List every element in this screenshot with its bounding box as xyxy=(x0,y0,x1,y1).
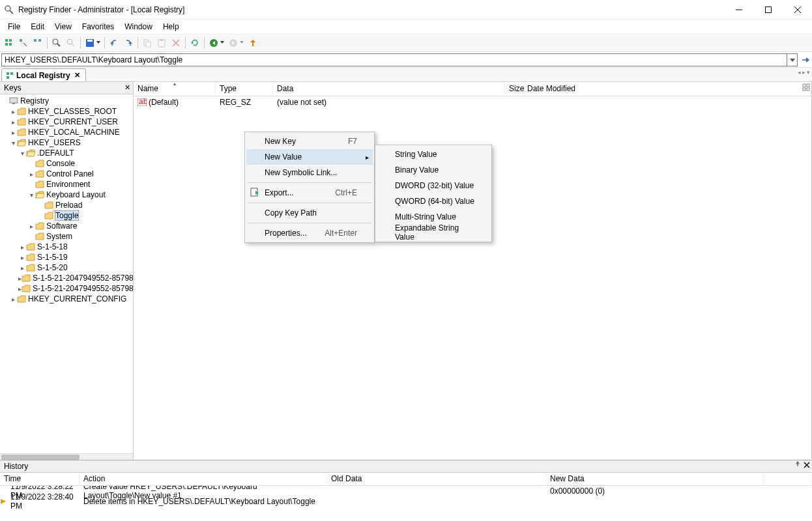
col-type[interactable]: Type xyxy=(216,82,273,96)
up-button[interactable] xyxy=(246,36,259,49)
copy-button[interactable] xyxy=(141,36,154,49)
menu-edit[interactable]: Edit xyxy=(25,21,50,33)
tree-software[interactable]: Software xyxy=(0,221,133,231)
keys-pane-close[interactable]: ✕ xyxy=(124,83,130,92)
col-size[interactable]: Size xyxy=(505,82,523,96)
ctx-copy-key-path[interactable]: Copy Key Path xyxy=(246,205,373,221)
toolbar-btn-2[interactable] xyxy=(17,36,30,49)
tree-preload[interactable]: Preload xyxy=(0,200,133,210)
tab-list[interactable]: ▾ xyxy=(806,69,811,76)
delete-button[interactable] xyxy=(169,36,182,49)
expander-icon[interactable] xyxy=(9,139,17,147)
tree-console[interactable]: Console xyxy=(0,158,133,169)
expander-icon[interactable] xyxy=(18,254,26,261)
hcol-old[interactable]: Old Data xyxy=(327,473,546,485)
save-dropdown[interactable] xyxy=(96,41,102,45)
hcol-extra[interactable] xyxy=(764,473,812,485)
tree-hku[interactable]: HKEY_USERS xyxy=(0,137,133,148)
view-mode-button[interactable] xyxy=(802,83,810,91)
menu-favorites[interactable]: Favorites xyxy=(77,21,119,33)
col-data[interactable]: Data xyxy=(273,82,505,96)
ctx-new-value[interactable]: New Value ▸ xyxy=(246,149,373,165)
ctx-export[interactable]: Export... Ctrl+E xyxy=(246,185,373,201)
address-dropdown[interactable] xyxy=(787,53,798,66)
ctx-new-symlink[interactable]: New Symbolic Link... xyxy=(246,165,373,180)
history-row[interactable]: 11/9/2022 3:28:40 PM Delete items in HKE… xyxy=(0,496,812,507)
expander-icon[interactable] xyxy=(9,296,17,303)
tree-control-panel[interactable]: Control Panel xyxy=(0,169,133,179)
address-input[interactable] xyxy=(1,53,787,66)
expander-icon[interactable] xyxy=(9,108,17,115)
find-next-button[interactable] xyxy=(65,36,78,49)
forward-button[interactable] xyxy=(227,36,240,49)
tree-hkcu[interactable]: HKEY_CURRENT_USER xyxy=(0,117,133,127)
menu-file[interactable]: File xyxy=(3,21,25,33)
tree-s1521a[interactable]: S-1-5-21-2047949552-857980807… xyxy=(0,273,133,283)
tree-s1519[interactable]: S-1-5-19 xyxy=(0,252,133,262)
tree-environment[interactable]: Environment xyxy=(0,179,133,190)
expander-icon[interactable] xyxy=(18,264,26,272)
list-row[interactable]: ab (Default) REG_SZ (value not set) xyxy=(134,96,811,107)
find-button[interactable] xyxy=(50,36,63,49)
back-button[interactable] xyxy=(207,36,220,49)
expander-icon[interactable] xyxy=(9,119,17,126)
paste-button[interactable] xyxy=(155,36,168,49)
ctx-string-value[interactable]: String Value xyxy=(377,147,490,162)
maximize-button[interactable] xyxy=(753,0,783,20)
toolbar-btn-1[interactable] xyxy=(3,36,16,49)
history-row[interactable]: 11/9/2022 3:28:22 PM Create value HKEY_U… xyxy=(0,486,812,496)
ctx-expandstring-value[interactable]: Expandable String Value xyxy=(377,225,490,240)
tree-toggle[interactable]: Toggle xyxy=(0,210,133,221)
scrollbar-thumb[interactable] xyxy=(1,455,80,460)
list-body[interactable]: ab (Default) REG_SZ (value not set) New … xyxy=(134,96,811,460)
expander-icon[interactable] xyxy=(18,244,26,251)
history-body[interactable]: 11/9/2022 3:28:22 PM Create value HKEY_U… xyxy=(0,486,812,521)
tree-s1520[interactable]: S-1-5-20 xyxy=(0,262,133,273)
tree-s1521b[interactable]: S-1-5-21-2047949552-857980807… xyxy=(0,283,133,294)
ctx-properties[interactable]: Properties... Alt+Enter xyxy=(246,225,373,241)
ctx-qword-value[interactable]: QWORD (64-bit) Value xyxy=(377,193,490,209)
refresh-button[interactable] xyxy=(188,36,201,49)
menu-view[interactable]: View xyxy=(50,21,77,33)
hcol-new[interactable]: New Data xyxy=(546,473,764,485)
expander-icon[interactable] xyxy=(27,191,35,199)
expander-icon[interactable] xyxy=(27,223,35,230)
tree-hscrollbar[interactable] xyxy=(0,453,133,460)
ctx-binary-value[interactable]: Binary Value xyxy=(377,162,490,178)
undo-button[interactable] xyxy=(108,36,121,49)
forward-dropdown[interactable] xyxy=(240,41,245,45)
tree-hklm[interactable]: HKEY_LOCAL_MACHINE xyxy=(0,127,133,137)
tab-prev[interactable]: ◂ xyxy=(797,69,802,76)
tree-hkcc[interactable]: HKEY_CURRENT_CONFIG xyxy=(0,294,133,304)
expander-icon[interactable] xyxy=(18,150,26,157)
close-button[interactable] xyxy=(783,0,812,20)
hcol-action[interactable]: Action xyxy=(80,473,327,485)
ctx-dword-value[interactable]: DWORD (32-bit) Value xyxy=(377,178,490,193)
tab-close-button[interactable]: ✕ xyxy=(73,71,81,79)
minimize-button[interactable] xyxy=(724,0,753,20)
col-date[interactable]: Date Modified xyxy=(523,82,811,96)
tree-system[interactable]: System xyxy=(0,231,133,242)
toolbar-btn-3[interactable] xyxy=(31,36,44,49)
tree-root[interactable]: Registry xyxy=(0,96,133,106)
history-close-button[interactable] xyxy=(803,461,811,469)
tree-view[interactable]: Registry HKEY_CLASSES_ROOT HKEY_CURRENT_… xyxy=(0,94,133,453)
save-button[interactable] xyxy=(83,36,96,49)
menu-window[interactable]: Window xyxy=(119,21,158,33)
back-dropdown[interactable] xyxy=(220,41,225,45)
ctx-new-key[interactable]: New Key F7 xyxy=(246,134,373,149)
go-button[interactable] xyxy=(799,55,812,64)
tree-default[interactable]: .DEFAULT xyxy=(0,148,133,158)
tree-keyboard-layout[interactable]: Keyboard Layout xyxy=(0,190,133,200)
redo-button[interactable] xyxy=(122,36,135,49)
expander-icon[interactable] xyxy=(9,129,17,136)
tree-hkcr[interactable]: HKEY_CLASSES_ROOT xyxy=(0,106,133,117)
expander-icon[interactable] xyxy=(27,171,35,178)
tree-s1518[interactable]: S-1-5-18 xyxy=(0,242,133,252)
ctx-multistring-value[interactable]: Multi-String Value xyxy=(377,209,490,225)
pin-button[interactable] xyxy=(794,461,802,469)
tab-local-registry[interactable]: Local Registry ✕ xyxy=(1,68,86,81)
tab-next[interactable]: ▸ xyxy=(802,69,806,76)
menu-help[interactable]: Help xyxy=(158,21,184,33)
hcol-time[interactable]: Time xyxy=(0,473,80,485)
